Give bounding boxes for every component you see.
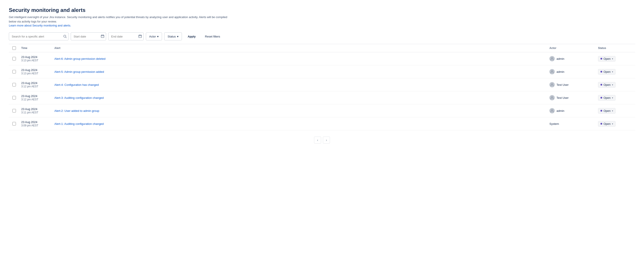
reset-filters-button[interactable]: Reset filters bbox=[201, 32, 224, 40]
table-row: 23 Aug 2024 3:12 pm AEST Alert-4: Config… bbox=[9, 78, 635, 91]
row-time: 3:11 pm AEST bbox=[21, 111, 38, 114]
search-wrapper bbox=[9, 32, 68, 40]
avatar bbox=[550, 69, 555, 74]
row-time-cell: 23 Aug 2024 3:11 pm AEST bbox=[18, 104, 52, 117]
search-icon-button[interactable] bbox=[63, 35, 67, 38]
row-actor-cell: Test User bbox=[547, 78, 596, 91]
status-dot-icon bbox=[600, 71, 602, 73]
learn-more-link[interactable]: Learn more about Security monitoring and… bbox=[9, 24, 71, 27]
actor-name: Test User bbox=[556, 83, 569, 86]
start-date-wrapper bbox=[71, 32, 106, 40]
row-status-cell: Open ▾ bbox=[596, 65, 635, 78]
alerts-table: Time Alert Actor Status 23 Aug 2024 3:13… bbox=[9, 44, 635, 130]
status-dot-icon bbox=[600, 58, 602, 60]
status-dropdown[interactable]: Status ▾ bbox=[164, 32, 182, 40]
actor-name: Test User bbox=[556, 96, 569, 100]
alert-link[interactable]: Alert-6: Admin group permission deleted bbox=[54, 57, 106, 60]
svg-line-1 bbox=[66, 37, 66, 38]
row-time-cell: 23 Aug 2024 3:13 pm AEST bbox=[18, 65, 52, 78]
status-text: Open bbox=[604, 70, 611, 73]
alert-link[interactable]: Alert-1: Auditing configuration changed bbox=[54, 122, 104, 126]
row-actor-cell: admin bbox=[547, 65, 596, 78]
alert-link[interactable]: Alert-2: User added to admin group bbox=[54, 109, 99, 113]
status-dot-icon bbox=[600, 123, 602, 125]
status-label: Status bbox=[168, 35, 176, 38]
alert-column-header: Alert bbox=[52, 44, 547, 52]
alert-link[interactable]: Alert-4: Configuration has changed bbox=[54, 83, 99, 86]
row-checkbox-cell bbox=[9, 117, 18, 130]
row-time: 3:09 pm AEST bbox=[21, 124, 38, 127]
status-chevron-icon: ▾ bbox=[612, 123, 613, 125]
search-input[interactable] bbox=[9, 32, 68, 40]
table-row: 23 Aug 2024 3:13 pm AEST Alert-5: Admin … bbox=[9, 65, 635, 78]
status-badge-button[interactable]: Open ▾ bbox=[598, 69, 616, 75]
status-chevron-icon: ▾ bbox=[612, 84, 613, 86]
select-all-column bbox=[9, 44, 18, 52]
row-checkbox-cell bbox=[9, 52, 18, 65]
status-dot-icon bbox=[600, 97, 602, 99]
row-time: 3:12 pm AEST bbox=[21, 98, 38, 101]
row-date: 23 Aug 2024 bbox=[21, 94, 37, 98]
end-date-input[interactable] bbox=[108, 32, 144, 40]
row-checkbox-cell bbox=[9, 65, 18, 78]
actor-name: admin bbox=[556, 57, 564, 60]
actor-dropdown[interactable]: Actor ▾ bbox=[146, 32, 162, 40]
status-text: Open bbox=[604, 96, 611, 100]
row-actor-cell: admin bbox=[547, 52, 596, 65]
avatar bbox=[550, 56, 555, 61]
select-all-checkbox[interactable] bbox=[12, 46, 16, 50]
actor-chevron-icon: ▾ bbox=[157, 35, 159, 38]
row-checkbox[interactable] bbox=[12, 83, 16, 86]
actor-name: admin bbox=[556, 109, 564, 113]
status-chevron-icon: ▾ bbox=[612, 110, 613, 112]
row-checkbox[interactable] bbox=[12, 122, 16, 126]
status-text: Open bbox=[604, 83, 611, 86]
row-time: 3:12 pm AEST bbox=[21, 85, 38, 88]
status-badge-button[interactable]: Open ▾ bbox=[598, 121, 616, 127]
row-time: 3:13 pm AEST bbox=[21, 72, 38, 75]
row-checkbox-cell bbox=[9, 104, 18, 117]
status-chevron-icon: ▾ bbox=[177, 35, 178, 38]
row-time-cell: 23 Aug 2024 3:13 pm AEST bbox=[18, 52, 52, 65]
alert-link[interactable]: Alert-3: Auditing configuration changed bbox=[54, 96, 104, 100]
table-row: 23 Aug 2024 3:09 pm AEST Alert-1: Auditi… bbox=[9, 117, 635, 130]
avatar bbox=[550, 82, 555, 87]
status-column-header: Status bbox=[596, 44, 635, 52]
row-alert-cell: Alert-5: Admin group permission added bbox=[52, 65, 547, 78]
row-status-cell: Open ▾ bbox=[596, 78, 635, 91]
status-dot-icon bbox=[600, 84, 602, 86]
actor-column-header: Actor bbox=[547, 44, 596, 52]
row-checkbox[interactable] bbox=[12, 96, 16, 100]
row-status-cell: Open ▾ bbox=[596, 104, 635, 117]
status-badge-button[interactable]: Open ▾ bbox=[598, 56, 616, 62]
status-badge-button[interactable]: Open ▾ bbox=[598, 95, 616, 101]
prev-page-button[interactable]: ‹ bbox=[314, 136, 321, 143]
row-checkbox-cell bbox=[9, 78, 18, 91]
status-badge-button[interactable]: Open ▾ bbox=[598, 108, 616, 114]
row-checkbox[interactable] bbox=[12, 57, 16, 60]
table-row: 23 Aug 2024 3:13 pm AEST Alert-6: Admin … bbox=[9, 52, 635, 65]
row-checkbox-cell bbox=[9, 91, 18, 104]
next-page-button[interactable]: › bbox=[323, 136, 330, 143]
status-badge-button[interactable]: Open ▾ bbox=[598, 82, 616, 88]
row-status-cell: Open ▾ bbox=[596, 52, 635, 65]
row-status-cell: Open ▾ bbox=[596, 117, 635, 130]
row-checkbox[interactable] bbox=[12, 70, 16, 73]
row-alert-cell: Alert-1: Auditing configuration changed bbox=[52, 117, 547, 130]
table-header-row: Time Alert Actor Status bbox=[9, 44, 635, 52]
row-time-cell: 23 Aug 2024 3:09 pm AEST bbox=[18, 117, 52, 130]
chevron-left-icon: ‹ bbox=[317, 138, 318, 142]
apply-button[interactable]: Apply bbox=[184, 32, 199, 40]
actor-name: admin bbox=[556, 70, 564, 73]
row-date: 23 Aug 2024 bbox=[21, 107, 37, 111]
end-date-wrapper bbox=[108, 32, 144, 40]
row-checkbox[interactable] bbox=[12, 109, 16, 113]
start-date-input[interactable] bbox=[71, 32, 106, 40]
row-date: 23 Aug 2024 bbox=[21, 81, 37, 85]
row-alert-cell: Alert-2: User added to admin group bbox=[52, 104, 547, 117]
pagination: ‹ › bbox=[9, 136, 635, 147]
row-date: 23 Aug 2024 bbox=[21, 68, 37, 72]
status-text: Open bbox=[604, 109, 611, 113]
alert-link[interactable]: Alert-5: Admin group permission added bbox=[54, 70, 104, 73]
avatar bbox=[550, 108, 555, 113]
